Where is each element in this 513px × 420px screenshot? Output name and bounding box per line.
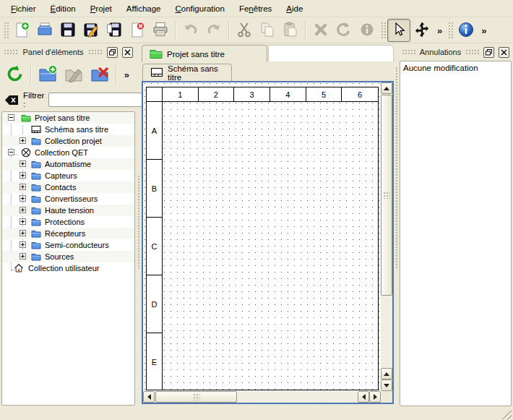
tree-item-schema[interactable]: Schéma sans titre	[2, 124, 134, 135]
save-all-button[interactable]	[103, 19, 126, 42]
tab-schema[interactable]: Schéma sans titre	[142, 64, 232, 81]
close-panel-button[interactable]	[499, 47, 509, 58]
delete-element-button[interactable]	[88, 63, 111, 86]
close-panel-button[interactable]	[122, 47, 133, 58]
menu-affichage[interactable]: Affichage	[120, 2, 168, 15]
expand-expander[interactable]	[20, 137, 26, 144]
new-project-button[interactable]	[10, 19, 33, 42]
expand-expander[interactable]	[20, 207, 26, 213]
clear-filter-icon[interactable]	[4, 95, 19, 106]
undo-panel-titlebar[interactable]: Annulations	[400, 45, 512, 59]
left-splitter[interactable]	[136, 45, 142, 407]
scroll-down-button[interactable]	[381, 380, 392, 391]
expand-expander[interactable]	[20, 172, 26, 179]
tree-item-automatisme[interactable]: Automatisme	[2, 158, 134, 170]
copy-button[interactable]	[256, 19, 279, 42]
column-label: 6	[342, 87, 378, 101]
expand-expander[interactable]	[20, 241, 26, 248]
toolbar-drag-handle[interactable]	[380, 21, 386, 40]
toolbar-drag-handle[interactable]	[3, 21, 9, 40]
scroll-right-button[interactable]	[369, 391, 381, 403]
collapse-expander[interactable]	[8, 149, 14, 155]
scroll-left-button-right[interactable]	[358, 391, 369, 403]
tree-item-semi-conducteurs[interactable]: Semi-conducteurs	[2, 239, 134, 251]
project-tab-bar: Projet sans titre	[142, 43, 395, 62]
tree-item-convertisseurs[interactable]: Convertisseurs	[2, 193, 134, 205]
print-button[interactable]	[149, 19, 172, 42]
menu-fichier[interactable]: Fichier	[4, 2, 43, 15]
redo-button[interactable]	[202, 19, 225, 42]
about-info-button[interactable]	[454, 19, 478, 42]
redo-icon	[205, 21, 223, 40]
tab-project[interactable]: Projet sans titre	[142, 45, 267, 62]
elements-panel-titlebar[interactable]: Panel d'éléments	[1, 45, 135, 59]
save-as-button[interactable]	[79, 19, 103, 42]
schematic-canvas[interactable]: 1 2 3 4 5 6 A B C D E	[143, 82, 381, 391]
expand-expander[interactable]	[20, 230, 26, 236]
tree-item-collection-qet[interactable]: Collection QET	[2, 147, 134, 158]
select-tool-button[interactable]	[387, 19, 410, 42]
tree-item-contacts[interactable]: Contacts	[2, 181, 134, 193]
toolbar-drag-handle[interactable]	[447, 21, 453, 40]
float-panel-button[interactable]	[483, 47, 494, 58]
rotate-button[interactable]	[332, 19, 355, 42]
cursor-arrow-icon	[390, 21, 408, 40]
toolbar-separator	[30, 64, 32, 85]
horizontal-scroll-thumb[interactable]	[155, 391, 237, 403]
scroll-up-button-bottom[interactable]	[381, 368, 392, 380]
frame-corner-cell	[147, 87, 163, 101]
right-splitter[interactable]	[394, 45, 400, 407]
vertical-scrollbar[interactable]	[381, 82, 392, 391]
schematic-view[interactable]: 1 2 3 4 5 6 A B C D E	[142, 81, 394, 404]
tree-item-capteurs[interactable]: Capteurs	[2, 170, 134, 181]
tree-item-collection-utilisateur[interactable]: Collection utilisateur	[2, 262, 134, 274]
collapse-expander[interactable]	[8, 114, 14, 121]
horizontal-scrollbar[interactable]	[143, 391, 381, 403]
resize-grip[interactable]	[502, 410, 512, 419]
expand-expander[interactable]	[20, 184, 26, 190]
toolbar-overflow-button[interactable]: »	[478, 25, 490, 36]
menu-fenetres[interactable]: Fenêtres	[233, 2, 278, 15]
paste-button[interactable]	[279, 19, 302, 42]
menu-configuration[interactable]: Configuration	[169, 2, 231, 15]
delete-button[interactable]	[309, 19, 332, 42]
expand-expander[interactable]	[20, 253, 26, 260]
tree-item-protections[interactable]: Protections	[2, 216, 134, 228]
close-file-button[interactable]	[126, 19, 149, 42]
tree-item-sources[interactable]: Sources	[2, 251, 134, 262]
expand-expander[interactable]	[20, 218, 26, 225]
toolbar-overflow-button[interactable]: »	[434, 25, 446, 36]
refresh-icon	[5, 64, 25, 85]
move-tool-button[interactable]	[410, 19, 434, 42]
reload-collections-button[interactable]	[3, 63, 26, 86]
undo-history-list[interactable]: Aucune modification	[400, 61, 512, 406]
element-info-button[interactable]	[355, 19, 379, 42]
menu-projet[interactable]: Projet	[84, 2, 118, 15]
blue-folder-icon	[31, 136, 41, 146]
float-panel-button[interactable]	[107, 47, 118, 58]
elements-panel-title: Panel d'éléments	[22, 48, 83, 56]
save-as-icon	[82, 21, 100, 40]
tree-item-collection-projet[interactable]: Collection projet	[2, 135, 134, 147]
undo-history-item[interactable]: Aucune modification	[402, 63, 509, 73]
expand-expander[interactable]	[20, 195, 26, 202]
scroll-up-button[interactable]	[381, 82, 392, 94]
save-button[interactable]	[56, 19, 79, 42]
close-document-icon	[129, 21, 146, 40]
menu-aide[interactable]: Aide	[280, 2, 309, 15]
tree-item-project[interactable]: Projet sans titre	[2, 112, 134, 124]
tree-item-recepteurs[interactable]: Récepteurs	[2, 228, 134, 239]
edit-element-button[interactable]	[62, 63, 85, 86]
new-element-button[interactable]	[36, 63, 59, 86]
vertical-scroll-thumb[interactable]	[381, 95, 392, 296]
scroll-left-button[interactable]	[143, 391, 155, 403]
left-arrow-icon	[362, 394, 366, 400]
tree-item-haute-tension[interactable]: Haute tension	[2, 205, 134, 216]
open-project-button[interactable]	[33, 19, 56, 42]
home-icon	[14, 263, 24, 273]
menu-edition[interactable]: Édition	[44, 2, 82, 15]
expand-expander[interactable]	[20, 160, 26, 167]
cut-button[interactable]	[233, 19, 256, 42]
panel-toolbar-overflow-button[interactable]: »	[124, 69, 134, 80]
undo-button[interactable]	[179, 19, 202, 42]
